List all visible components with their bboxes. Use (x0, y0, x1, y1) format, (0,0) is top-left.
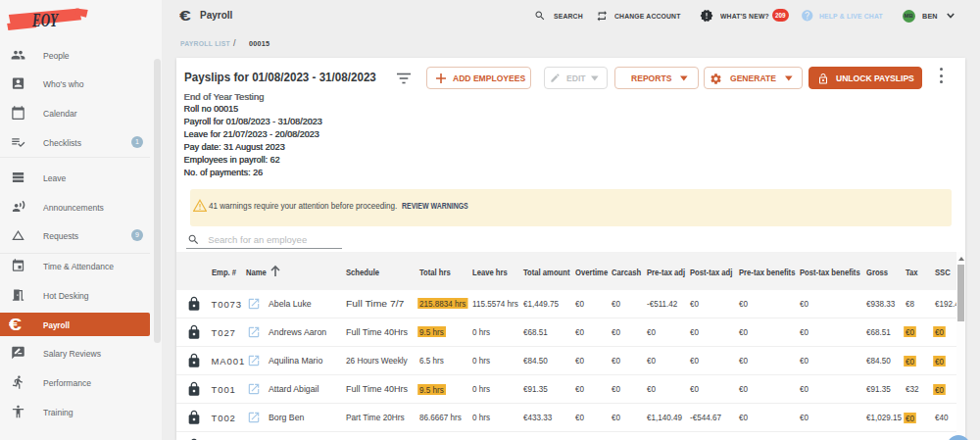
svg-text:€: € (9, 316, 23, 332)
svg-text:EOY: EOY (31, 10, 59, 30)
